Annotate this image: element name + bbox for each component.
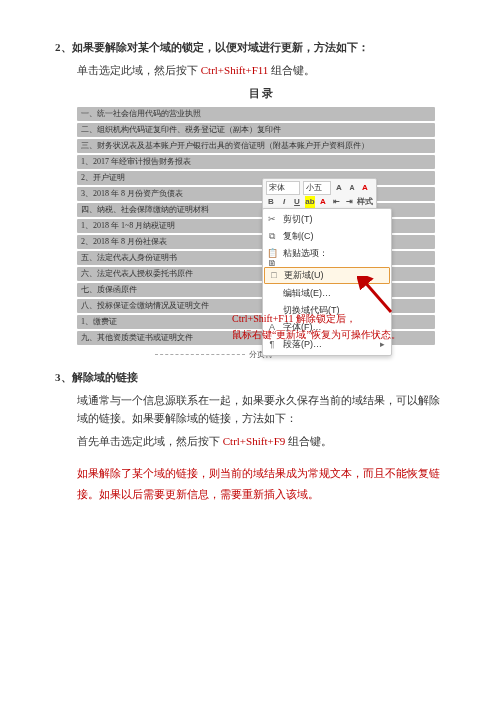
ctx-edit-label: 编辑域(E)… [283, 287, 331, 300]
update-icon: □ [269, 269, 279, 282]
sec2-line-pre: 单击选定此域，然后按下 [77, 64, 201, 76]
grow-font-button[interactable]: A [334, 182, 344, 194]
font-color-button[interactable]: A [318, 196, 328, 208]
format-painter-button[interactable]: A [360, 182, 370, 194]
section-3-warning: 如果解除了某个域的链接，则当前的域结果成为常规文本，而且不能恢复链接。如果以后需… [77, 463, 445, 505]
sec3-shortcut-key: Ctrl+Shift+F9 [223, 435, 286, 447]
ctx-paste-icon-row[interactable]: 🗎 [263, 262, 391, 266]
scissors-icon: ✂ [267, 213, 277, 226]
toc-item: 1、2017 年经审计报告财务报表 [77, 155, 435, 169]
ctx-update-label: 更新域(U) [284, 269, 324, 282]
section-3-p2: 首先单击选定此域，然后按下 Ctrl+Shift+F9 组合键。 [77, 432, 445, 451]
callout-line1-post: 解除锁定后， [293, 313, 356, 324]
section-2-body: 单击选定此域，然后按下 Ctrl+Shift+F11 组合键。 [77, 61, 445, 80]
toc-item: 一、统一社会信用代码的营业执照 [77, 107, 435, 121]
toc-item: 3、2018 年 8 月份资产负债表 [77, 187, 435, 201]
ctx-copy-label: 复制(C) [283, 230, 314, 243]
italic-button[interactable]: I [279, 196, 289, 208]
font-size-select[interactable]: 小五 [303, 181, 331, 195]
underline-button[interactable]: U [292, 196, 302, 208]
sec3-p2-post: 组合键。 [288, 435, 332, 447]
callout-line2: 鼠标右键“更新域”恢复为可操作状态。 [232, 327, 462, 343]
sec2-line-post: 组合键。 [271, 64, 315, 76]
toc-item: 二、组织机构代码证复印件、税务登记证（副本）复印件 [77, 123, 435, 137]
callout-line1-mid: rl+Shift+F11 [241, 313, 293, 324]
section-3-p1: 域通常与一个信息源联系在一起，如果要永久保存当前的域结果，可以解除域的链接。如果… [77, 391, 445, 428]
sec3-p2-pre: 首先单击选定此域，然后按下 [77, 435, 223, 447]
styles-button[interactable]: 样式 [357, 196, 373, 208]
ctx-cut-label: 剪切(T) [283, 213, 313, 226]
shrink-font-button[interactable]: A [347, 182, 357, 194]
word-screenshot: 目 录 一、统一社会信用代码的营业执照 二、组织机构代码证复印件、税务登记证（副… [77, 86, 445, 356]
sec2-shortcut-key: Ctrl+Shift+F11 [201, 64, 269, 76]
copy-icon: ⧉ [267, 230, 277, 243]
document-page: 2、如果要解除对某个域的锁定，以便对域进行更新，方法如下： 单击选定此域，然后按… [0, 0, 500, 525]
increase-indent-button[interactable]: ⇥ [344, 196, 354, 208]
toc-title: 目 录 [77, 86, 445, 101]
ctx-cut[interactable]: ✂ 剪切(T) [263, 211, 391, 228]
decrease-indent-button[interactable]: ⇤ [331, 196, 341, 208]
toc-item: 2、开户证明 [77, 171, 435, 185]
red-callout-text: Ctrl+Shift+F11 解除锁定后， 鼠标右键“更新域”恢复为可操作状态。 [232, 311, 462, 343]
ctx-copy[interactable]: ⧉ 复制(C) [263, 228, 391, 245]
section-3-heading: 3、解除域的链接 [55, 370, 445, 385]
ctx-update-field[interactable]: □ 更新域(U) [264, 267, 390, 284]
ctx-edit-field[interactable]: 编辑域(E)… [263, 285, 391, 302]
bold-button[interactable]: B [266, 196, 276, 208]
toc-item: 三、财务状况表及基本账户开户银行出具的资信证明（附基本账户开户资料原件） [77, 139, 435, 153]
mini-format-toolbar: 宋体 小五 A A A B I U ab A ⇤ ⇥ 样式 [262, 178, 377, 212]
highlight-button[interactable]: ab [305, 196, 315, 208]
section-2-heading: 2、如果要解除对某个域的锁定，以便对域进行更新，方法如下： [55, 40, 445, 55]
ctx-paste-label: 粘贴选项： [283, 247, 328, 260]
ctx-paste-options[interactable]: 📋 粘贴选项： [263, 245, 391, 262]
font-family-select[interactable]: 宋体 [266, 181, 300, 195]
